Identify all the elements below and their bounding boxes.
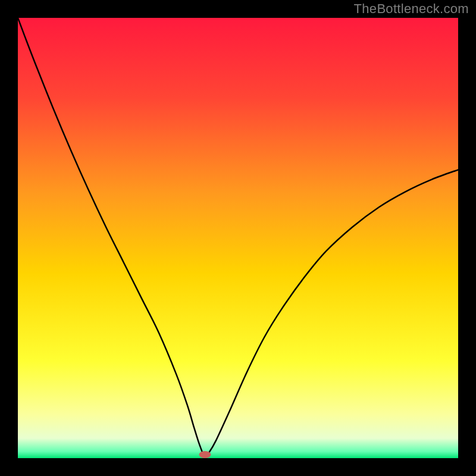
chart-frame: TheBottleneck.com xyxy=(0,0,476,476)
chart-area xyxy=(18,18,458,458)
chart-svg xyxy=(18,18,458,458)
watermark-text: TheBottleneck.com xyxy=(354,1,469,17)
optimal-point-marker xyxy=(199,451,211,458)
